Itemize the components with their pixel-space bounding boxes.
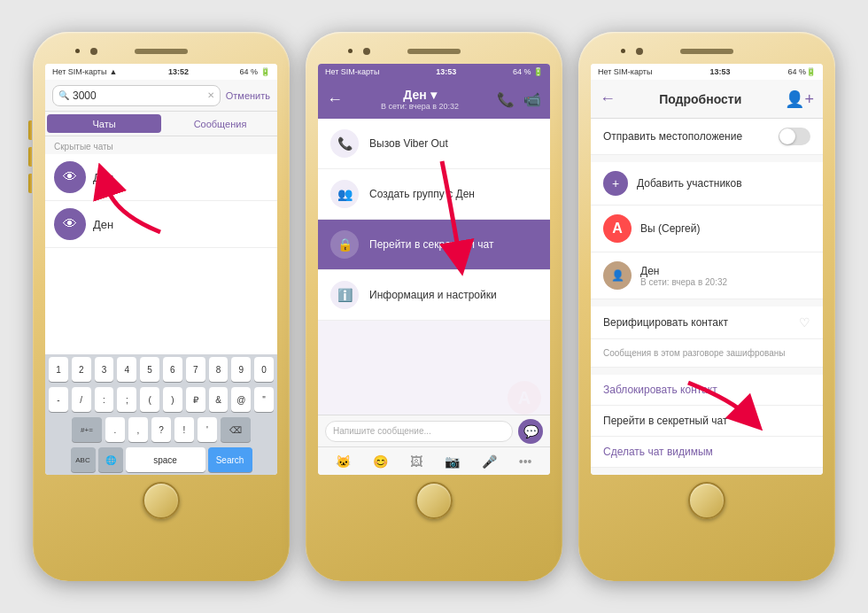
key-symbols[interactable]: #+= [72,417,102,442]
menu-item-secret[interactable]: 🔒 Перейти в секретный чат [318,220,550,270]
block-row[interactable]: Заблокировать контакт [591,375,823,406]
camera-icon-2[interactable]: 📷 [445,454,460,469]
phone-1-screen: Нет SIM-карты ▲ 13:52 64 % 🔋 🔍 3000 ✕ От… [45,64,277,475]
phone-bottom-2 [314,482,554,519]
key-quote[interactable]: " [254,387,274,412]
key-globe[interactable]: 🌐 [98,447,123,472]
menu-call-label: Вызов Viber Out [369,137,448,150]
search-input-wrap[interactable]: 🔍 3000 ✕ [52,85,221,106]
phone-top-bar [42,43,281,60]
phone-top-bar-2 [314,43,554,60]
time-label-3: 13:53 [709,67,730,76]
proximity-sensor-3 [621,49,625,53]
location-toggle[interactable] [779,128,810,145]
search-field-value[interactable]: 3000 [73,89,204,102]
chat-item-1[interactable]: 👁 Ден [45,154,277,201]
key-question[interactable]: ? [151,417,171,442]
key-9[interactable]: 9 [231,357,251,382]
encryption-label: Сообщения в этом разговоре зашифрованы [603,348,810,358]
key-close-paren[interactable]: ) [163,387,182,412]
earpiece-speaker [135,49,188,54]
menu-info-label: Информация и настройки [369,289,497,301]
make-visible-row[interactable]: Сделать чат видимым [591,437,823,468]
key-abc[interactable]: ABC [71,447,96,472]
menu-item-info[interactable]: ℹ️ Информация и настройки [318,270,550,321]
menu-item-group[interactable]: 👥 Создать группу с Ден [318,169,550,220]
participants-section: + Добавить участников А Вы (Сергей) 👤 Де… [591,162,823,299]
chat-list: 👁 Ден 👁 Ден [45,154,277,354]
tab-messages[interactable]: Сообщения [163,112,277,136]
tab-chats[interactable]: Чаты [47,114,161,133]
search-icon: 🔍 [58,90,69,100]
search-button[interactable]: Search [208,447,252,472]
den-contact-status: В сети: вчера в 20:32 [640,277,810,287]
key-4[interactable]: 4 [117,357,136,382]
key-amp[interactable]: & [209,387,229,412]
message-input[interactable]: Напишите сообщение... [325,421,513,442]
send-button[interactable]: 💬 [518,419,543,444]
chat-item-2[interactable]: 👁 Ден [45,201,277,248]
key-5[interactable]: 5 [140,357,159,382]
secret-chat-row[interactable]: Перейти в секретный чат [591,406,823,437]
key-dash[interactable]: - [49,387,68,412]
verify-label: Верифицировать контакт [603,316,790,329]
key-colon[interactable]: : [95,387,114,412]
status-bar-right-1: 64 % 🔋 [239,67,270,76]
menu-item-call[interactable]: 📞 Вызов Viber Out [318,119,550,169]
key-backspace[interactable]: ⌫ [221,417,251,442]
encryption-row: Сообщения в этом разговоре зашифрованы [591,339,823,368]
back-button-3[interactable]: ← [600,89,616,108]
add-participants-row[interactable]: + Добавить участников [591,162,823,206]
security-section: Верифицировать контакт ♡ Сообщения в это… [591,306,823,368]
key-space[interactable]: space [126,447,205,472]
add-participants-label: Добавить участников [637,177,810,190]
key-2[interactable]: 2 [72,357,91,382]
home-button-1[interactable] [143,482,180,519]
key-period[interactable]: . [105,417,125,442]
back-button-2[interactable]: ← [327,90,343,109]
chat-subtitle-2: В сети: вчера в 20:32 [381,102,459,111]
verify-row[interactable]: Верифицировать контакт ♡ [591,306,823,339]
search-clear-icon[interactable]: ✕ [207,90,214,100]
front-camera [90,48,97,55]
home-button-2[interactable] [415,482,453,519]
proximity-sensor-2 [348,49,353,53]
call-icon-2[interactable]: 📞 [497,91,515,108]
earpiece-speaker-2 [407,49,461,54]
key-6[interactable]: 6 [163,357,182,382]
key-8[interactable]: 8 [209,357,229,382]
silent-switch[interactable] [28,174,32,193]
volume-up-button[interactable] [28,120,32,140]
key-open-paren[interactable]: ( [140,387,159,412]
context-menu: 📞 Вызов Viber Out 👥 Создать группу с Ден… [318,119,550,415]
menu-secret-label: Перейти в секретный чат [369,238,493,251]
key-1[interactable]: 1 [49,357,68,382]
sticker-icon[interactable]: 😊 [373,454,388,469]
phone-2: Нет SIM-карты 13:53 64 % 🔋 ← Ден ▾ В сет… [306,32,562,581]
phone-1: Нет SIM-карты ▲ 13:52 64 % 🔋 🔍 3000 ✕ От… [33,32,290,581]
phone-bottom-3 [587,482,826,519]
gallery-icon[interactable]: 🖼 [410,454,422,469]
menu-group-label: Создать группу с Ден [369,188,475,200]
key-exclaim[interactable]: ! [174,417,194,442]
key-apostrophe[interactable]: ' [198,417,217,442]
key-semicolon[interactable]: ; [117,387,136,412]
key-7[interactable]: 7 [186,357,205,382]
volume-down-button[interactable] [28,147,32,167]
key-3[interactable]: 3 [95,357,114,382]
emoji-icon[interactable]: 🐱 [336,454,351,469]
key-0[interactable]: 0 [254,357,274,382]
add-contact-icon[interactable]: 👤+ [785,89,814,109]
key-comma[interactable]: , [128,417,148,442]
video-icon-2[interactable]: 📹 [523,91,541,108]
key-ruble[interactable]: ₽ [186,387,205,412]
den-contact-row[interactable]: 👤 Ден В сети: вчера в 20:32 [591,252,823,299]
key-slash[interactable]: / [72,387,91,412]
mic-icon[interactable]: 🎤 [482,454,497,469]
more-icon[interactable]: ••• [519,454,532,469]
self-contact-row[interactable]: А Вы (Сергей) [591,206,823,252]
home-button-3[interactable] [688,482,725,519]
key-at[interactable]: @ [231,387,251,412]
status-bar-1: Нет SIM-карты ▲ 13:52 64 % 🔋 [45,64,277,80]
cancel-button[interactable]: Отменить [226,90,270,101]
